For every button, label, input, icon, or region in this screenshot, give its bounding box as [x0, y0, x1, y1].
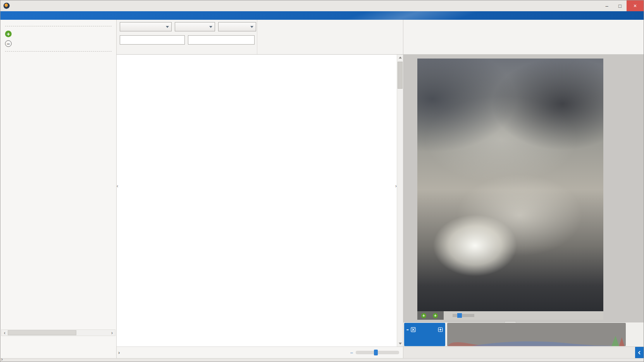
preview-image[interactable]	[417, 59, 603, 311]
plus-circle-icon: +	[433, 313, 438, 318]
file-info-box	[447, 323, 626, 346]
plus-circle-icon: +	[421, 313, 426, 318]
histogram-graphic	[447, 335, 626, 346]
back-button[interactable]	[635, 347, 644, 358]
white-balance-badge	[406, 329, 409, 330]
zoom-out-icon[interactable]: –	[350, 350, 353, 355]
chevron-down-icon	[166, 26, 169, 28]
add-tag-button[interactable]: +	[421, 313, 428, 318]
thumbnail-grid: ‹ ›	[117, 55, 403, 346]
expand-bottom-icon[interactable]: ›	[1, 357, 3, 362]
info-panel	[403, 322, 644, 346]
type-filter-select[interactable]	[120, 22, 172, 31]
add-caption-button[interactable]: +	[433, 313, 440, 318]
gallery-toolbar: › –	[117, 346, 403, 358]
sidebar: + – ‹ ›	[0, 20, 117, 358]
scrollbar-thumb[interactable]	[398, 62, 403, 89]
drop-add-zone[interactable]: +	[0, 29, 116, 39]
info-tabs	[403, 346, 644, 358]
collapse-sidebar-icon[interactable]: ‹	[117, 183, 118, 189]
slider-track[interactable]	[356, 351, 399, 354]
preview-overlay-bar: + +	[417, 311, 603, 320]
scrollbar-thumb[interactable]	[8, 330, 76, 335]
app-window: – □ × + – ‹	[0, 0, 644, 362]
album-tree	[0, 54, 116, 55]
divider	[5, 26, 112, 26]
minus-circle-icon: –	[5, 40, 12, 47]
preview-zoom-slider[interactable]	[453, 314, 474, 317]
scrollbar-track[interactable]	[8, 330, 109, 336]
drop-remove-zone[interactable]: –	[0, 39, 116, 48]
expand-panel-icon[interactable]: ›	[118, 350, 120, 355]
scroll-down-icon[interactable]	[397, 341, 403, 346]
chevron-down-icon	[209, 26, 212, 28]
ferris-wheel-graphic	[417, 59, 603, 311]
maximize-button[interactable]: □	[613, 0, 627, 11]
edit-toolbar	[403, 20, 644, 55]
window-bottom-strip: ›	[0, 358, 644, 362]
plus-circle-icon: +	[5, 31, 12, 37]
preview-panel: + +	[403, 20, 644, 358]
filename-filter-input[interactable]	[120, 35, 185, 45]
collapse-grid-icon[interactable]: ›	[395, 183, 397, 189]
close-button[interactable]: ×	[627, 0, 644, 11]
preview-area: + +	[403, 55, 644, 322]
exif-quick-box	[404, 323, 445, 346]
metering-icon	[438, 327, 443, 332]
slider-thumb[interactable]	[457, 313, 462, 318]
gallery-vertical-scrollbar[interactable]	[397, 55, 403, 346]
sidebar-horizontal-scrollbar[interactable]: ‹ ›	[1, 329, 115, 336]
thumbnail-size-slider[interactable]: –	[350, 350, 399, 355]
browser-toolbar	[117, 20, 403, 55]
scroll-left-icon[interactable]: ‹	[2, 330, 8, 336]
age-filter-select[interactable]	[218, 22, 256, 31]
chevron-down-icon	[250, 26, 253, 28]
sidebar-tabs	[0, 20, 116, 23]
minimize-button[interactable]: –	[600, 0, 613, 11]
scroll-up-icon[interactable]	[397, 55, 403, 60]
collapse-info-button[interactable]	[505, 321, 516, 322]
app-logo-icon	[3, 3, 10, 9]
no-flash-icon	[411, 327, 416, 332]
scroll-right-icon[interactable]: ›	[109, 330, 115, 336]
menubar	[0, 11, 644, 20]
divider	[5, 51, 112, 52]
browser-panel: ‹ › › –	[117, 20, 403, 358]
iptc-filter-input[interactable]	[188, 35, 255, 45]
slider-thumb[interactable]	[374, 350, 378, 355]
show-filter-select[interactable]	[175, 22, 215, 31]
titlebar: – □ ×	[0, 0, 644, 11]
